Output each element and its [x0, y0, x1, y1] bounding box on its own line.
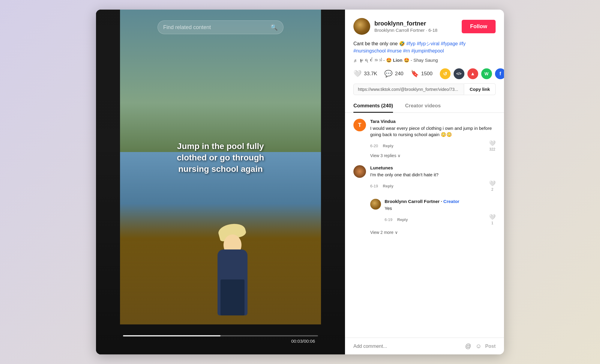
hashtag-nurse[interactable]: #nurse: [387, 48, 402, 53]
share-icons: ↺ </> ▲ W f ↪: [440, 68, 504, 79]
caption-text: Cant be the only one 🤣 #fyp #fypシviral #…: [353, 40, 496, 55]
stats-row: 🤍 33.7K 💬 240 🔖 1500 ↺ </> ▲ W f ↪: [345, 63, 504, 79]
link-section: https://www.tiktok.com/@brooklynn_fortne…: [345, 79, 504, 95]
post-button[interactable]: Post: [485, 344, 496, 349]
avatar-image: [353, 18, 370, 35]
like-count: 1: [491, 221, 494, 225]
video-panel: Jump in the pool fully clothed or go thr…: [96, 10, 345, 354]
comment-icon: 💬: [384, 70, 392, 78]
comment-item: T Tara Vindua I would wear every piece o…: [353, 119, 496, 158]
reply-meta: 6-19 Reply 🤍 1: [385, 214, 496, 225]
reply-author: Brooklynn Carroll Fortner · Creator: [385, 199, 496, 204]
main-container: Jump in the pool fully clothed or go thr…: [96, 10, 504, 354]
add-comment-input[interactable]: [353, 344, 462, 349]
creator-badge: Creator: [443, 199, 459, 204]
emoji-icon[interactable]: ☺: [476, 343, 482, 350]
hashtag-fypage[interactable]: #fypage: [441, 41, 458, 46]
like-heart-icon[interactable]: 🤍: [489, 140, 496, 147]
comment-like: 🤍 322: [489, 140, 496, 151]
tabs-row: Comments (240) Creator videos: [345, 95, 504, 113]
embed-icon[interactable]: </>: [454, 68, 464, 79]
comment-date: 6-19: [370, 184, 378, 188]
right-panel: brooklynn_fortner Brooklynn Carroll Fort…: [345, 10, 504, 354]
comment-author: Lunetunes: [370, 165, 496, 170]
comment-text: I would wear every piece of clothing i o…: [370, 125, 496, 138]
avatar: [353, 18, 370, 35]
person-figure: [202, 213, 262, 315]
profile-info: brooklynn_fortner Brooklynn Carroll Fort…: [353, 18, 437, 35]
comment-meta: 6-19 Reply 🤍 2: [370, 180, 496, 192]
person-legs: [220, 279, 244, 315]
comment-author: Tara Vindua: [370, 119, 496, 124]
like-heart-icon[interactable]: 🤍: [489, 180, 496, 187]
follow-button[interactable]: Follow: [462, 20, 496, 33]
reply-like: 🤍 1: [489, 214, 496, 225]
comment-like: 🤍 2: [489, 180, 496, 192]
search-bar[interactable]: 🔍: [158, 20, 284, 34]
like-heart-icon[interactable]: 🤍: [489, 214, 496, 220]
comment-body: Tara Vindua I would wear every piece of …: [370, 119, 496, 158]
progress-bar-fill: [123, 335, 220, 336]
reply-date: 6-19: [385, 217, 392, 222]
view-more-button[interactable]: View 2 more ∨: [370, 230, 496, 235]
comments-count: 240: [395, 71, 403, 77]
mention-icon[interactable]: @: [465, 343, 471, 350]
time-display: 00:03/00:06: [291, 339, 315, 344]
profile-username: brooklynn_fortner: [374, 20, 437, 27]
comments-stat[interactable]: 💬 240: [384, 70, 403, 78]
facebook-icon[interactable]: f: [495, 68, 504, 79]
report-icon[interactable]: ▲: [467, 68, 478, 79]
profile-subname: Brooklynn Carroll Fortner · 6-18: [374, 28, 437, 33]
hashtag-rn[interactable]: #rn: [403, 48, 410, 53]
reply-item: Brooklynn Carroll Fortner · Creator Yes …: [370, 199, 496, 225]
comment-item: Lunetunes I'm the only one that didn't h…: [353, 165, 496, 192]
comment-action-icons: @ ☺: [465, 343, 482, 350]
comment-body: Lunetunes I'm the only one that didn't h…: [370, 165, 496, 192]
reply-button[interactable]: Reply: [383, 144, 393, 148]
whatsapp-icon[interactable]: W: [481, 68, 492, 79]
likes-count: 33.7K: [364, 71, 377, 77]
hashtag-fyp[interactable]: #fyp: [406, 41, 416, 46]
comments-section: T Tara Vindua I would wear every piece o…: [345, 113, 504, 338]
music-text: မူရင်းအသံ - 🤩 Lion 🤩 - Shay Saung: [358, 58, 438, 63]
caption-section: Cant be the only one 🤣 #fyp #fypシviral #…: [345, 35, 504, 63]
chevron-down-icon: ∨: [398, 153, 400, 158]
progress-bar[interactable]: [123, 335, 318, 336]
reply-button[interactable]: Reply: [383, 184, 393, 188]
comment-text: I'm the only one that didn't hate it?: [370, 172, 496, 178]
bookmarks-stat[interactable]: 🔖 1500: [411, 70, 433, 78]
repost-icon[interactable]: ↺: [440, 68, 451, 79]
reply-avatar: [370, 199, 381, 210]
hashtag-fy[interactable]: #fy: [459, 41, 466, 46]
copy-link-button[interactable]: Copy link: [464, 83, 496, 95]
reply-text: Yes: [385, 205, 496, 211]
video-text-overlay: Jump in the pool fully clothed or go thr…: [166, 141, 274, 175]
comment-avatar: T: [353, 119, 366, 131]
search-icon[interactable]: 🔍: [270, 24, 278, 31]
music-line: ♬ မူရင်းအသံ - 🤩 Lion 🤩 - Shay Saung: [353, 58, 496, 63]
search-input[interactable]: [163, 24, 270, 31]
tab-comments[interactable]: Comments (240): [353, 100, 393, 113]
like-count: 322: [489, 147, 495, 151]
heart-icon: 🤍: [353, 70, 362, 78]
music-icon: ♬: [353, 58, 357, 63]
profile-text: brooklynn_fortner Brooklynn Carroll Fort…: [374, 20, 437, 33]
video-background: Jump in the pool fully clothed or go thr…: [96, 10, 345, 354]
reply-button[interactable]: Reply: [397, 217, 408, 222]
bookmarks-count: 1500: [421, 71, 433, 77]
chevron-down-icon: ∨: [395, 230, 398, 235]
add-comment-bar: @ ☺ Post: [345, 338, 504, 354]
hashtag-jumpinthepool[interactable]: #jumpinthepool: [411, 48, 444, 53]
video-link: https://www.tiktok.com/@brooklynn_fortne…: [353, 84, 464, 95]
view-replies-button[interactable]: View 3 replies ∨: [370, 153, 496, 158]
likes-stat[interactable]: 🤍 33.7K: [353, 70, 377, 78]
tab-creator-videos[interactable]: Creator videos: [405, 100, 441, 113]
reply-body: Brooklynn Carroll Fortner · Creator Yes …: [385, 199, 496, 225]
hashtag-nursingschool[interactable]: #nursingschool: [353, 48, 386, 53]
comment-meta: 6-20 Reply 🤍 322: [370, 140, 496, 151]
hashtag-fypviral[interactable]: #fypシviral: [417, 41, 440, 46]
profile-section: brooklynn_fortner Brooklynn Carroll Fort…: [345, 10, 504, 35]
comment-date: 6-20: [370, 144, 378, 148]
comment-avatar-lunetunes: [353, 165, 366, 178]
bookmark-icon: 🔖: [411, 70, 419, 78]
